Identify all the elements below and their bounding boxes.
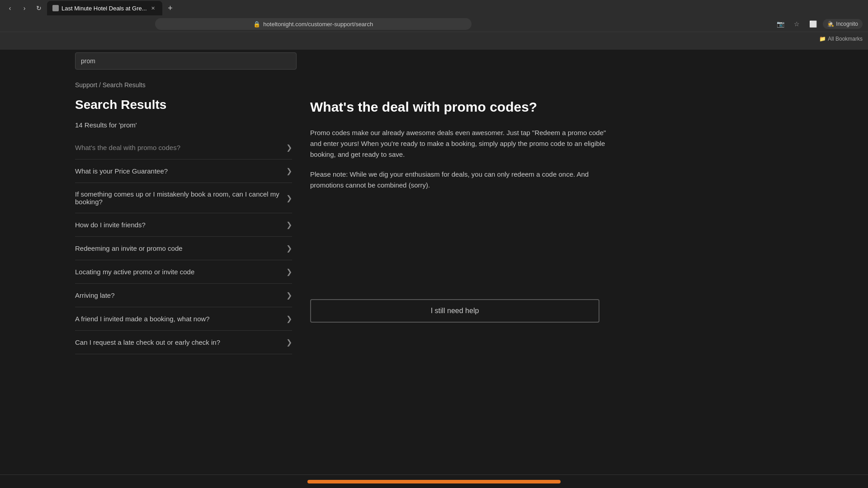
new-tab-button[interactable]: + — [164, 2, 177, 14]
search-bar-container — [0, 50, 868, 72]
chevron-right-icon: ❯ — [286, 194, 292, 202]
result-item[interactable]: What's the deal with promo codes?❯ — [75, 136, 292, 160]
bookmarks-bar: 📁 All Bookmarks — [0, 32, 868, 45]
result-item-label: A friend I invited made a booking, what … — [75, 315, 210, 323]
chevron-right-icon: ❯ — [286, 291, 292, 300]
page-content: Support / Search Results Search Results … — [0, 50, 868, 488]
chevron-right-icon: ❯ — [286, 221, 292, 229]
article-paragraph-1: Promo codes make our already awesome dea… — [310, 127, 609, 160]
lock-icon: 🔒 — [253, 21, 260, 28]
bookmarks-folder-icon: 📁 — [819, 36, 826, 42]
omnibar-right: 📷 ☆ ⬜ 🕵 Incognito — [774, 18, 863, 30]
breadcrumb-separator: / — [99, 81, 103, 89]
chevron-right-icon: ❯ — [286, 167, 292, 175]
tab-favicon — [52, 5, 59, 11]
result-item-label: Redeeming an invite or promo code — [75, 244, 183, 252]
page-title: Search Results — [75, 98, 292, 112]
incognito-icon: 🕵 — [827, 21, 834, 27]
result-item[interactable]: How do I invite friends?❯ — [75, 213, 292, 237]
address-bar[interactable]: 🔒 hoteltonight.com/customer-support/sear… — [155, 18, 472, 30]
reload-btn[interactable]: ↻ — [33, 2, 45, 14]
url-display: hoteltonight.com/customer-support/search — [263, 21, 373, 28]
chevron-right-icon: ❯ — [286, 244, 292, 253]
article-paragraph-2: Please note: While we dig your enthusias… — [310, 169, 609, 191]
result-item[interactable]: Can I request a late check out or early … — [75, 331, 292, 354]
results-list[interactable]: What's the deal with promo codes?❯What i… — [75, 136, 292, 474]
chevron-right-icon: ❯ — [286, 143, 292, 152]
breadcrumb: Support / Search Results — [75, 72, 292, 89]
chevron-right-icon: ❯ — [286, 314, 292, 323]
tab-close-btn[interactable]: ✕ — [150, 5, 157, 12]
result-item[interactable]: What is your Price Guarantee?❯ — [75, 160, 292, 183]
bottom-progress-bar — [307, 480, 561, 483]
bookmark-icon[interactable]: ☆ — [790, 18, 803, 30]
result-item-label: How do I invite friends? — [75, 221, 146, 229]
browser-chrome: ‹ › ↻ Last Minute Hotel Deals at Gre... … — [0, 0, 868, 50]
camera-off-icon[interactable]: 📷 — [774, 18, 787, 30]
bookmarks-text[interactable]: 📁 All Bookmarks — [819, 36, 863, 42]
incognito-badge[interactable]: 🕵 Incognito — [823, 19, 863, 29]
breadcrumb-current: Search Results — [103, 81, 146, 89]
result-item[interactable]: Arriving late?❯ — [75, 284, 292, 307]
article-title: What's the deal with promo codes? — [310, 99, 793, 115]
nav-back-btn[interactable]: ‹ — [4, 2, 16, 14]
bottom-bar — [0, 474, 868, 488]
bookmarks-label: All Bookmarks — [828, 36, 863, 42]
main-layout: Support / Search Results Search Results … — [0, 72, 868, 474]
search-input[interactable] — [75, 52, 297, 70]
result-item[interactable]: A friend I invited made a booking, what … — [75, 307, 292, 331]
incognito-label: Incognito — [836, 21, 858, 27]
right-panel: What's the deal with promo codes? Promo … — [310, 72, 793, 474]
result-item-label: What is your Price Guarantee? — [75, 167, 168, 175]
result-item[interactable]: If something comes up or I mistakenly bo… — [75, 183, 292, 213]
results-count: 14 Results for 'prom' — [75, 121, 292, 129]
result-item-label: If something comes up or I mistakenly bo… — [75, 190, 286, 206]
window-controls: ‹ › ↻ — [4, 2, 45, 14]
result-item[interactable]: Redeeming an invite or promo code❯ — [75, 237, 292, 260]
result-item-label: Can I request a late check out or early … — [75, 338, 220, 346]
result-item-label: What's the deal with promo codes? — [75, 144, 180, 151]
tablet-icon[interactable]: ⬜ — [807, 18, 819, 30]
results-count-text: 14 Results for 'prom' — [75, 121, 137, 129]
tab-label: Last Minute Hotel Deals at Gre... — [61, 5, 147, 12]
result-item[interactable]: Locating my active promo or invite code❯ — [75, 260, 292, 284]
breadcrumb-support-link[interactable]: Support — [75, 81, 97, 89]
chevron-right-icon: ❯ — [286, 338, 292, 347]
nav-forward-btn[interactable]: › — [18, 2, 31, 14]
article-body: Promo codes make our already awesome dea… — [310, 127, 609, 191]
still-need-help-button[interactable]: I still need help — [310, 299, 599, 323]
chevron-right-icon: ❯ — [286, 267, 292, 276]
result-item-label: Locating my active promo or invite code — [75, 268, 194, 276]
result-item-label: Arriving late? — [75, 291, 115, 299]
left-panel: Support / Search Results Search Results … — [75, 72, 292, 474]
tab-bar: ‹ › ↻ Last Minute Hotel Deals at Gre... … — [0, 0, 868, 16]
omnibar: 🔒 hoteltonight.com/customer-support/sear… — [0, 16, 868, 32]
active-tab[interactable]: Last Minute Hotel Deals at Gre... ✕ — [47, 1, 162, 15]
